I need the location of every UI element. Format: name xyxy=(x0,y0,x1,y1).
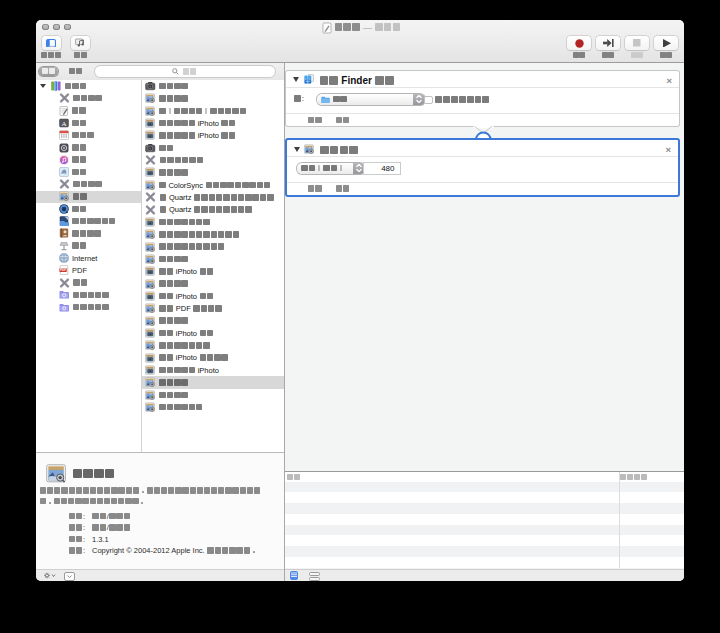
svg-text:PDF: PDF xyxy=(60,268,66,272)
svg-text:A: A xyxy=(61,120,66,128)
